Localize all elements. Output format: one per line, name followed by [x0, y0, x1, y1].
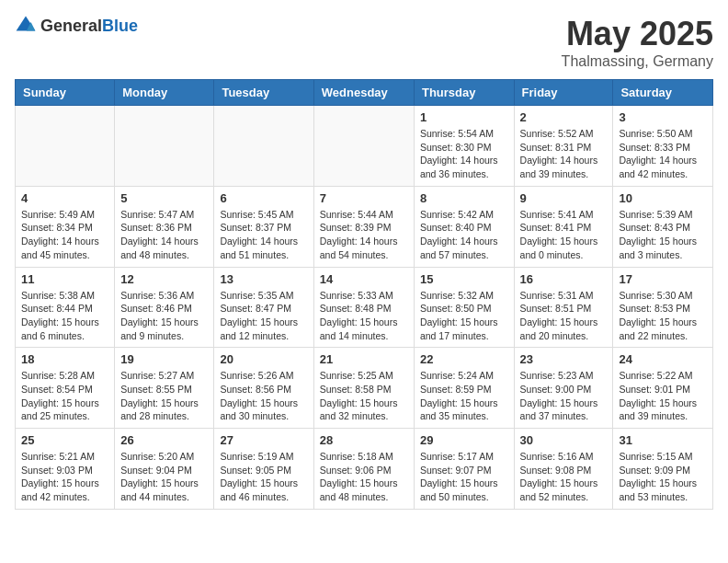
day-number: 21 — [320, 352, 408, 366]
calendar-table: SundayMondayTuesdayWednesdayThursdayFrid… — [15, 79, 713, 510]
day-number: 19 — [120, 352, 208, 366]
day-info: Sunrise: 5:52 AM Sunset: 8:31 PM Dayligh… — [520, 127, 608, 181]
calendar-cell: 6Sunrise: 5:45 AM Sunset: 8:37 PM Daylig… — [214, 186, 313, 267]
calendar-week-5: 25Sunrise: 5:21 AM Sunset: 9:03 PM Dayli… — [16, 429, 713, 510]
title-block: May 2025 Thalmassing, Germany — [562, 15, 713, 70]
day-info: Sunrise: 5:41 AM Sunset: 8:41 PM Dayligh… — [520, 208, 608, 262]
day-number: 20 — [220, 352, 307, 366]
calendar-week-2: 4Sunrise: 5:49 AM Sunset: 8:34 PM Daylig… — [16, 186, 713, 267]
calendar-cell: 22Sunrise: 5:24 AM Sunset: 8:59 PM Dayli… — [414, 348, 514, 429]
day-number: 15 — [420, 272, 508, 286]
calendar-cell: 2Sunrise: 5:52 AM Sunset: 8:31 PM Daylig… — [514, 106, 613, 187]
day-number: 23 — [520, 352, 608, 366]
logo-text-blue: Blue — [102, 17, 138, 35]
day-number: 4 — [21, 191, 108, 205]
calendar-cell: 29Sunrise: 5:17 AM Sunset: 9:07 PM Dayli… — [414, 429, 514, 510]
weekday-header-saturday: Saturday — [613, 80, 713, 106]
day-info: Sunrise: 5:54 AM Sunset: 8:30 PM Dayligh… — [420, 127, 508, 181]
calendar-cell: 23Sunrise: 5:23 AM Sunset: 9:00 PM Dayli… — [514, 348, 613, 429]
day-info: Sunrise: 5:42 AM Sunset: 8:40 PM Dayligh… — [420, 208, 508, 262]
day-number: 24 — [619, 352, 707, 366]
day-number: 17 — [619, 272, 707, 286]
day-info: Sunrise: 5:35 AM Sunset: 8:47 PM Dayligh… — [220, 289, 307, 343]
day-number: 28 — [320, 433, 408, 447]
calendar-cell: 26Sunrise: 5:20 AM Sunset: 9:04 PM Dayli… — [115, 429, 214, 510]
day-info: Sunrise: 5:17 AM Sunset: 9:07 PM Dayligh… — [420, 450, 508, 504]
day-number: 30 — [520, 433, 608, 447]
weekday-header-tuesday: Tuesday — [214, 80, 313, 106]
calendar-cell — [313, 106, 414, 187]
day-number: 8 — [420, 191, 508, 205]
calendar-cell: 27Sunrise: 5:19 AM Sunset: 9:05 PM Dayli… — [214, 429, 313, 510]
calendar-cell: 10Sunrise: 5:39 AM Sunset: 8:43 PM Dayli… — [613, 186, 713, 267]
calendar-cell: 24Sunrise: 5:22 AM Sunset: 9:01 PM Dayli… — [613, 348, 713, 429]
day-info: Sunrise: 5:36 AM Sunset: 8:46 PM Dayligh… — [120, 289, 208, 343]
day-info: Sunrise: 5:30 AM Sunset: 8:53 PM Dayligh… — [619, 289, 707, 343]
day-info: Sunrise: 5:15 AM Sunset: 9:09 PM Dayligh… — [619, 450, 707, 504]
day-number: 3 — [619, 110, 707, 124]
calendar-cell: 13Sunrise: 5:35 AM Sunset: 8:47 PM Dayli… — [214, 267, 313, 348]
day-info: Sunrise: 5:33 AM Sunset: 8:48 PM Dayligh… — [320, 289, 408, 343]
calendar-cell: 3Sunrise: 5:50 AM Sunset: 8:33 PM Daylig… — [613, 106, 713, 187]
calendar-cell: 4Sunrise: 5:49 AM Sunset: 8:34 PM Daylig… — [16, 186, 115, 267]
day-number: 13 — [220, 272, 307, 286]
calendar-cell: 8Sunrise: 5:42 AM Sunset: 8:40 PM Daylig… — [414, 186, 514, 267]
day-number: 31 — [619, 433, 707, 447]
weekday-header-sunday: Sunday — [16, 80, 115, 106]
weekday-header-wednesday: Wednesday — [313, 80, 414, 106]
title-month: May 2025 — [562, 15, 713, 53]
day-info: Sunrise: 5:19 AM Sunset: 9:05 PM Dayligh… — [220, 450, 307, 504]
day-info: Sunrise: 5:28 AM Sunset: 8:54 PM Dayligh… — [21, 369, 108, 423]
calendar-cell: 28Sunrise: 5:18 AM Sunset: 9:06 PM Dayli… — [313, 429, 414, 510]
day-info: Sunrise: 5:50 AM Sunset: 8:33 PM Dayligh… — [619, 127, 707, 181]
day-info: Sunrise: 5:21 AM Sunset: 9:03 PM Dayligh… — [21, 450, 108, 504]
day-number: 14 — [320, 272, 408, 286]
day-info: Sunrise: 5:25 AM Sunset: 8:58 PM Dayligh… — [320, 369, 408, 423]
calendar-cell — [115, 106, 214, 187]
day-number: 10 — [619, 191, 707, 205]
calendar-cell: 30Sunrise: 5:16 AM Sunset: 9:08 PM Dayli… — [514, 429, 613, 510]
logo-icon — [15, 15, 37, 37]
calendar-cell — [214, 106, 313, 187]
calendar-cell: 14Sunrise: 5:33 AM Sunset: 8:48 PM Dayli… — [313, 267, 414, 348]
calendar-cell: 9Sunrise: 5:41 AM Sunset: 8:41 PM Daylig… — [514, 186, 613, 267]
day-number: 1 — [420, 110, 508, 124]
day-info: Sunrise: 5:38 AM Sunset: 8:44 PM Dayligh… — [21, 289, 108, 343]
calendar-cell: 15Sunrise: 5:32 AM Sunset: 8:50 PM Dayli… — [414, 267, 514, 348]
day-number: 18 — [21, 352, 108, 366]
calendar-week-4: 18Sunrise: 5:28 AM Sunset: 8:54 PM Dayli… — [16, 348, 713, 429]
day-number: 29 — [420, 433, 508, 447]
day-number: 7 — [320, 191, 408, 205]
day-info: Sunrise: 5:31 AM Sunset: 8:51 PM Dayligh… — [520, 289, 608, 343]
day-number: 25 — [21, 433, 108, 447]
calendar-cell: 7Sunrise: 5:44 AM Sunset: 8:39 PM Daylig… — [313, 186, 414, 267]
calendar-cell: 19Sunrise: 5:27 AM Sunset: 8:55 PM Dayli… — [115, 348, 214, 429]
day-number: 11 — [21, 272, 108, 286]
day-number: 27 — [220, 433, 307, 447]
calendar-cell: 18Sunrise: 5:28 AM Sunset: 8:54 PM Dayli… — [16, 348, 115, 429]
day-number: 9 — [520, 191, 608, 205]
weekday-header-thursday: Thursday — [414, 80, 514, 106]
calendar-cell: 20Sunrise: 5:26 AM Sunset: 8:56 PM Dayli… — [214, 348, 313, 429]
title-location: Thalmassing, Germany — [562, 53, 713, 70]
day-info: Sunrise: 5:27 AM Sunset: 8:55 PM Dayligh… — [120, 369, 208, 423]
day-number: 6 — [220, 191, 307, 205]
day-info: Sunrise: 5:20 AM Sunset: 9:04 PM Dayligh… — [120, 450, 208, 504]
calendar-cell: 17Sunrise: 5:30 AM Sunset: 8:53 PM Dayli… — [613, 267, 713, 348]
day-info: Sunrise: 5:18 AM Sunset: 9:06 PM Dayligh… — [320, 450, 408, 504]
calendar-week-1: 1Sunrise: 5:54 AM Sunset: 8:30 PM Daylig… — [16, 106, 713, 187]
weekday-header-friday: Friday — [514, 80, 613, 106]
day-info: Sunrise: 5:39 AM Sunset: 8:43 PM Dayligh… — [619, 208, 707, 262]
calendar-cell — [16, 106, 115, 187]
day-number: 22 — [420, 352, 508, 366]
day-number: 5 — [120, 191, 208, 205]
calendar-cell: 25Sunrise: 5:21 AM Sunset: 9:03 PM Dayli… — [16, 429, 115, 510]
calendar-cell: 12Sunrise: 5:36 AM Sunset: 8:46 PM Dayli… — [115, 267, 214, 348]
day-info: Sunrise: 5:16 AM Sunset: 9:08 PM Dayligh… — [520, 450, 608, 504]
day-info: Sunrise: 5:24 AM Sunset: 8:59 PM Dayligh… — [420, 369, 508, 423]
day-info: Sunrise: 5:45 AM Sunset: 8:37 PM Dayligh… — [220, 208, 307, 262]
calendar-cell: 16Sunrise: 5:31 AM Sunset: 8:51 PM Dayli… — [514, 267, 613, 348]
logo-text-general: General — [40, 17, 102, 35]
day-info: Sunrise: 5:23 AM Sunset: 9:00 PM Dayligh… — [520, 369, 608, 423]
day-number: 26 — [120, 433, 208, 447]
